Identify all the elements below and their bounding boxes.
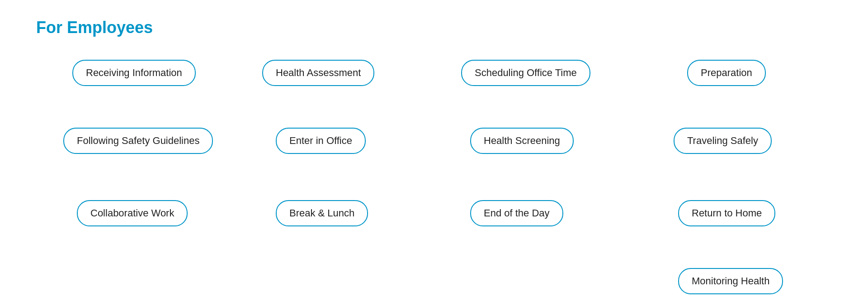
- node-receiving-information: Receiving Information: [72, 60, 196, 86]
- node-preparation: Preparation: [687, 60, 766, 86]
- node-health-assessment: Health Assessment: [262, 60, 374, 86]
- node-monitoring-health: Monitoring Health: [678, 268, 783, 294]
- arrow-11-12: [783, 225, 791, 280]
- node-return-to-home: Return to Home: [678, 200, 775, 226]
- node-following-safety-guidelines: Following Safety Guidelines: [63, 128, 213, 154]
- node-end-of-the-day: End of the Day: [470, 200, 563, 226]
- node-enter-in-office: Enter in Office: [276, 128, 366, 154]
- node-scheduling-office-time: Scheduling Office Time: [461, 60, 590, 86]
- page-container: For Employees Receiving Information Heal…: [0, 0, 868, 297]
- node-health-screening: Health Screening: [470, 128, 574, 154]
- node-traveling-safely: Traveling Safely: [674, 128, 772, 154]
- page-title: For Employees: [36, 18, 832, 37]
- arrow-3-7: [788, 85, 796, 139]
- node-collaborative-work: Collaborative Work: [77, 200, 188, 226]
- node-break-lunch: Break & Lunch: [276, 200, 368, 226]
